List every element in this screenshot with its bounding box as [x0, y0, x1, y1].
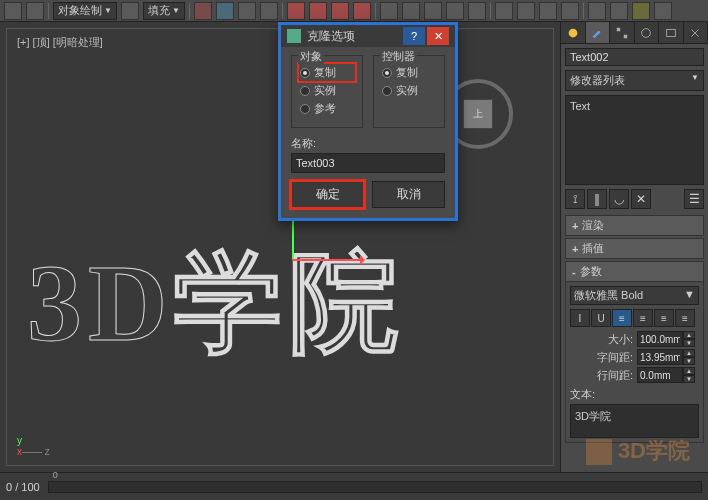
chevron-down-icon: ▼: [104, 6, 112, 15]
tool-button[interactable]: [424, 2, 442, 20]
tool-button[interactable]: [561, 2, 579, 20]
tool-button[interactable]: [468, 2, 486, 20]
spinner-down-icon[interactable]: ▼: [683, 357, 695, 365]
modifier-list-dropdown[interactable]: 修改器列表▼: [565, 70, 704, 91]
tool-button[interactable]: [402, 2, 420, 20]
radio-icon: [382, 86, 392, 96]
tool-button[interactable]: [610, 2, 628, 20]
size-spinner[interactable]: ▲▼: [637, 331, 699, 347]
tool-button[interactable]: [121, 2, 139, 20]
spinner-up-icon[interactable]: ▲: [683, 349, 695, 357]
cancel-button[interactable]: 取消: [372, 181, 445, 208]
paint-mode-dropdown[interactable]: 对象绘制▼: [53, 2, 117, 20]
rollout-parameters[interactable]: -参数: [565, 261, 704, 282]
tab-modify[interactable]: [586, 22, 611, 43]
stack-toolbar: ⟟ ‖ ◡ ✕ ☰: [565, 189, 704, 209]
spinner-up-icon[interactable]: ▲: [683, 331, 695, 339]
separator: [48, 3, 49, 19]
snap-button[interactable]: [353, 2, 371, 20]
leading-spinner[interactable]: ▲▼: [637, 367, 699, 383]
object-name-input[interactable]: [565, 48, 704, 66]
plus-icon: +: [572, 220, 578, 232]
rollout-interpolation[interactable]: +插值: [565, 238, 704, 259]
tool-button[interactable]: [4, 2, 22, 20]
gizmo-x-axis[interactable]: [292, 259, 362, 261]
command-panel-tabs: [561, 22, 708, 44]
fill-dropdown[interactable]: 填充▼: [143, 2, 185, 20]
kerning-input[interactable]: [637, 349, 683, 365]
remove-modifier-button[interactable]: ✕: [631, 189, 651, 209]
tab-motion[interactable]: [635, 22, 660, 43]
kerning-spinner[interactable]: ▲▼: [637, 349, 699, 365]
spinner-down-icon[interactable]: ▼: [683, 375, 695, 383]
font-name: 微软雅黑 Bold: [574, 288, 643, 303]
size-label: 大小:: [570, 332, 637, 347]
tool-button[interactable]: [495, 2, 513, 20]
radio-label: 实例: [396, 83, 418, 98]
clone-options-dialog: 克隆选项 ? ✕ 对象 复制 实例 参考 控制器 复制 实例 名称: 确定 取消: [278, 22, 458, 221]
align-justify-button[interactable]: ≡: [675, 309, 695, 327]
name-label: 名称:: [291, 136, 445, 151]
underline-button[interactable]: U: [591, 309, 611, 327]
tool-button[interactable]: [26, 2, 44, 20]
tool-button[interactable]: [216, 2, 234, 20]
separator: [189, 3, 190, 19]
stack-item[interactable]: Text: [570, 100, 699, 112]
tab-create[interactable]: [561, 22, 586, 43]
dialog-title: 克隆选项: [307, 28, 355, 45]
snap-button[interactable]: [287, 2, 305, 20]
text-input[interactable]: 3D学院: [570, 404, 699, 438]
svg-rect-4: [666, 29, 675, 36]
align-center-button[interactable]: ≡: [633, 309, 653, 327]
modifier-stack[interactable]: Text: [565, 95, 704, 185]
plus-icon: +: [572, 243, 578, 255]
tool-button[interactable]: [539, 2, 557, 20]
rollout-render[interactable]: +渲染: [565, 215, 704, 236]
radio-copy[interactable]: 复制: [300, 65, 354, 80]
align-left-button[interactable]: ≡: [612, 309, 632, 327]
spinner-down-icon[interactable]: ▼: [683, 339, 695, 347]
radio-reference[interactable]: 参考: [300, 101, 354, 116]
tool-button[interactable]: [654, 2, 672, 20]
tool-button[interactable]: [194, 2, 212, 20]
tab-utilities[interactable]: [684, 22, 709, 43]
tab-display[interactable]: [659, 22, 684, 43]
tool-button[interactable]: [260, 2, 278, 20]
tool-button[interactable]: [238, 2, 256, 20]
viewport-label[interactable]: [+] [顶] [明暗处理]: [17, 35, 103, 50]
tab-hierarchy[interactable]: [610, 22, 635, 43]
tool-button[interactable]: [588, 2, 606, 20]
scene-text-object[interactable]: 3D学院: [27, 229, 405, 378]
show-end-result-button[interactable]: ‖: [587, 189, 607, 209]
tool-button[interactable]: [517, 2, 535, 20]
tool-button[interactable]: [446, 2, 464, 20]
tool-button[interactable]: [380, 2, 398, 20]
close-button[interactable]: ✕: [427, 27, 449, 45]
leading-input[interactable]: [637, 367, 683, 383]
dialog-titlebar[interactable]: 克隆选项 ? ✕: [281, 25, 455, 47]
ok-button[interactable]: 确定: [291, 181, 364, 208]
pin-stack-button[interactable]: ⟟: [565, 189, 585, 209]
radio-ctrl-instance[interactable]: 实例: [382, 83, 436, 98]
spinner-up-icon[interactable]: ▲: [683, 367, 695, 375]
viewcube-face[interactable]: 上: [463, 99, 493, 129]
configure-sets-button[interactable]: ☰: [684, 189, 704, 209]
help-button[interactable]: ?: [403, 27, 425, 45]
tool-button[interactable]: [632, 2, 650, 20]
radio-ctrl-copy[interactable]: 复制: [382, 65, 436, 80]
text-label: 文本:: [570, 387, 699, 402]
snap-button[interactable]: [309, 2, 327, 20]
make-unique-button[interactable]: ◡: [609, 189, 629, 209]
snap-button[interactable]: [331, 2, 349, 20]
clone-name-input[interactable]: [291, 153, 445, 173]
separator: [375, 3, 376, 19]
italic-button[interactable]: I: [570, 309, 590, 327]
timeline-slider[interactable]: 0: [48, 481, 702, 493]
radio-label: 参考: [314, 101, 336, 116]
align-right-button[interactable]: ≡: [654, 309, 674, 327]
radio-instance[interactable]: 实例: [300, 83, 354, 98]
dropdown-label: 修改器列表: [570, 73, 625, 88]
size-input[interactable]: [637, 331, 683, 347]
font-dropdown[interactable]: 微软雅黑 Bold▼: [570, 286, 699, 305]
controller-group: 控制器 复制 实例: [373, 55, 445, 128]
